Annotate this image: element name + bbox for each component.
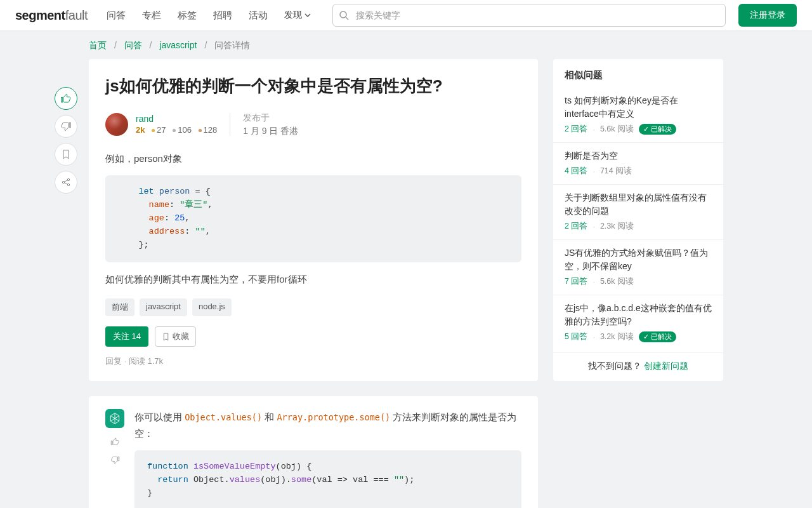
breadcrumb-current: 问答详情 xyxy=(214,40,250,50)
sidebar-item-title[interactable]: ts 如何判断对象的Key是否在interface中有定义 xyxy=(565,94,712,121)
svg-line-5 xyxy=(64,180,67,182)
publish-label: 发布于 xyxy=(243,111,298,124)
sidebar-item-title[interactable]: 判断是否为空 xyxy=(565,149,712,163)
footer-text: 找不到问题？ xyxy=(588,361,641,371)
bookmark-button[interactable] xyxy=(55,143,77,166)
body-before: 例如，person对象 xyxy=(105,150,521,167)
search-input[interactable] xyxy=(332,4,726,27)
answer-downvote[interactable] xyxy=(110,455,120,465)
body-after: 如何优雅的判断其中有属性为空，不要用for循环 xyxy=(105,271,521,288)
nav-jobs[interactable]: 招聘 xyxy=(213,10,232,22)
question-body: 例如，person对象 let person = { name: "章三", a… xyxy=(105,150,521,288)
answer-upvote[interactable] xyxy=(110,437,120,446)
thumb-up-icon xyxy=(110,437,120,446)
silver-dot-icon xyxy=(173,129,176,132)
avatar xyxy=(105,113,128,136)
top-nav: 问答 专栏 标签 招聘 活动 发现 xyxy=(107,10,311,22)
breadcrumb-home[interactable]: 首页 xyxy=(89,40,107,50)
gold-dot-icon xyxy=(152,129,155,132)
login-register-button[interactable]: 注册登录 xyxy=(738,4,797,27)
svg-line-6 xyxy=(64,183,67,185)
svg-line-1 xyxy=(346,17,348,20)
answers-link[interactable]: 7 回答 xyxy=(565,276,587,287)
inline-code: Object.values() xyxy=(185,412,262,422)
nav-column[interactable]: 专栏 xyxy=(142,10,161,22)
tag[interactable]: node.js xyxy=(192,298,232,316)
create-question-link[interactable]: 创建新问题 xyxy=(644,361,688,371)
nav-events[interactable]: 活动 xyxy=(249,10,268,22)
vote-rail xyxy=(55,87,77,194)
answers-link[interactable]: 2 回答 xyxy=(565,221,587,232)
answers-link[interactable]: 4 回答 xyxy=(565,166,587,177)
sidebar-title: 相似问题 xyxy=(553,59,723,88)
logo-seg: segment xyxy=(15,8,65,22)
mini-stats: 回复 · 阅读 1.7k xyxy=(105,356,521,367)
share-button[interactable] xyxy=(55,171,77,194)
reply-link[interactable]: 回复 xyxy=(105,356,122,366)
favorite-label: 收藏 xyxy=(173,331,189,342)
solved-badge: ✓ 已解决 xyxy=(639,331,676,342)
answers-link[interactable]: 5 回答 xyxy=(565,331,587,342)
tag[interactable]: 前端 xyxy=(105,298,134,316)
code-block: function isSomeValueEmpty(obj) { return … xyxy=(134,450,521,508)
sidebar-item[interactable]: 关于判断数组里对象的属性值有没有改变的问题2 回答·2.3k 阅读 xyxy=(553,184,723,239)
follow-button[interactable]: 关注 14 xyxy=(105,326,148,347)
sidebar-item[interactable]: ts 如何判断对象的Key是否在interface中有定义2 回答·5.6k 阅… xyxy=(553,88,723,142)
sidebar-item-meta: 4 回答·714 阅读 xyxy=(565,166,712,177)
author-stats: 2k 27 106 128 xyxy=(136,125,217,135)
tag[interactable]: javascript xyxy=(140,298,187,316)
search-box xyxy=(332,4,726,27)
bronze-dot-icon xyxy=(199,129,202,132)
t: 你可以使用 xyxy=(134,411,185,422)
answer-avatar xyxy=(105,409,124,428)
answers-link[interactable]: 2 回答 xyxy=(565,124,587,135)
sidebar-item-meta: 5 回答·3.2k 阅读✓ 已解决 xyxy=(565,331,712,342)
sidebar: 相似问题 ts 如何判断对象的Key是否在interface中有定义2 回答·5… xyxy=(553,59,723,508)
question-title: js如何优雅的判断一个对象中是否有属性为空? xyxy=(105,76,521,97)
nav-qa[interactable]: 问答 xyxy=(107,10,126,22)
sidebar-item-meta: 7 回答·5.6k 阅读 xyxy=(565,276,712,287)
svg-point-3 xyxy=(67,178,69,180)
bookmark-icon xyxy=(162,333,170,341)
chevron-down-icon xyxy=(304,12,311,18)
action-row: 关注 14 收藏 xyxy=(105,326,521,347)
sidebar-item-title[interactable]: 在js中，像a.b.c.d.e这种嵌套的值有优雅的方法判空吗? xyxy=(565,302,712,328)
nav-tags[interactable]: 标签 xyxy=(178,10,197,22)
author-name: rand xyxy=(136,114,217,124)
similar-questions: 相似问题 ts 如何判断对象的Key是否在interface中有定义2 回答·5… xyxy=(553,59,723,381)
nav-discover-label: 发现 xyxy=(284,10,302,21)
answer-card: 你可以使用 Object.values() 和 Array.prototype.… xyxy=(89,396,538,508)
share-icon xyxy=(61,177,71,187)
sidebar-item-title[interactable]: JS有优雅的方式给对象赋值吗？值为空，则不保留key xyxy=(565,246,712,273)
upvote-button[interactable] xyxy=(55,87,77,110)
sidebar-item[interactable]: 在js中，像a.b.c.d.e这种嵌套的值有优雅的方法判空吗?5 回答·3.2k… xyxy=(553,295,723,350)
downvote-button[interactable] xyxy=(55,115,77,138)
header: segmentfault 问答 专栏 标签 招聘 活动 发现 注册登录 xyxy=(0,0,812,31)
answer-body: 你可以使用 Object.values() 和 Array.prototype.… xyxy=(134,409,521,508)
breadcrumb: 首页 / 问答 / javascript / 问答详情 xyxy=(0,31,812,59)
sidebar-item-title[interactable]: 关于判断数组里对象的属性值有没有改变的问题 xyxy=(565,191,712,218)
logo[interactable]: segmentfault xyxy=(15,8,88,23)
svg-point-4 xyxy=(67,184,69,185)
reads-count: 2.3k 阅读 xyxy=(600,221,634,232)
sidebar-item[interactable]: 判断是否为空4 回答·714 阅读 xyxy=(553,142,723,184)
publish-info: 发布于 1 月 9 日 香港 xyxy=(243,111,298,138)
reads-count: 714 阅读 xyxy=(600,166,632,177)
question-card: js如何优雅的判断一个对象中是否有属性为空? rand 2k 27 106 12… xyxy=(89,59,538,381)
views-count: 阅读 1.7k xyxy=(129,356,163,366)
openai-icon xyxy=(108,412,121,425)
publish-time: 1 月 9 日 香港 xyxy=(243,126,298,136)
thumb-up-icon xyxy=(60,93,72,104)
breadcrumb-tag[interactable]: javascript xyxy=(159,40,197,50)
sidebar-item[interactable]: JS有优雅的方式给对象赋值吗？值为空，则不保留key7 回答·5.6k 阅读 xyxy=(553,239,723,295)
bronze-count: 128 xyxy=(204,125,218,135)
sidebar-item-meta: 2 回答·5.6k 阅读✓ 已解决 xyxy=(565,124,712,135)
question-meta: rand 2k 27 106 128 发布于 1 月 9 日 香港 xyxy=(105,111,521,138)
breadcrumb-qa[interactable]: 问答 xyxy=(124,40,142,50)
inline-code: Array.prototype.some() xyxy=(277,412,390,422)
thumb-down-icon xyxy=(110,455,120,465)
sidebar-item-meta: 2 回答·2.3k 阅读 xyxy=(565,221,712,232)
favorite-button[interactable]: 收藏 xyxy=(155,326,196,347)
nav-discover[interactable]: 发现 xyxy=(284,10,311,21)
author-block[interactable]: rand 2k 27 106 128 xyxy=(105,113,230,136)
